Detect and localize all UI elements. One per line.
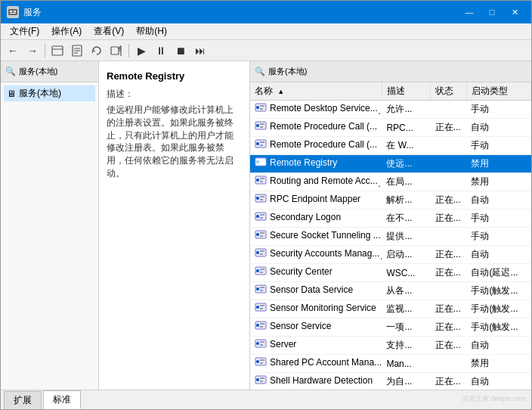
cell-startup: 自动(延迟... <box>466 264 530 282</box>
cell-status: 正在... <box>431 318 467 337</box>
services-list-table: 名称 ▲ 描述 状态 启动类型 Remote Desktop Service..… <box>250 82 531 390</box>
cell-desc: 在不... <box>382 210 430 228</box>
table-header-row: 名称 ▲ 描述 状态 启动类型 <box>250 82 531 101</box>
detail-panel: Remote Registry 描述： 使远程用户能够修改此计算机上的注册表设置… <box>99 61 250 390</box>
table-row[interactable]: Remote Procedure Call (...RPC...正在...自动 <box>250 119 531 137</box>
cell-status <box>431 228 467 246</box>
table-row[interactable]: Sensor Data Service从各...手动(触发... <box>250 282 531 300</box>
cell-startup: 自动 <box>466 373 530 390</box>
menu-action[interactable]: 操作(A) <box>45 23 88 39</box>
cell-startup: 禁用 <box>466 155 530 173</box>
cell-desc: 为自... <box>382 373 430 390</box>
pause-button[interactable]: ⏸ <box>152 42 170 59</box>
table-row[interactable]: Shell Hardware Detection为自...正在...自动 <box>250 373 531 390</box>
services-tree: 🖥 服务(本地) <box>1 82 98 104</box>
sort-arrow-name: ▲ <box>277 88 284 95</box>
toolbar: ← → ▶ ⏸ ⏹ ⏭ <box>1 40 531 61</box>
cell-status: 正在... <box>431 210 467 228</box>
table-row[interactable]: Security CenterWSC...正在...自动(延迟... <box>250 264 531 282</box>
cell-status: 正在... <box>431 264 467 282</box>
cell-desc: 支持... <box>382 337 430 355</box>
cell-desc: 允许... <box>382 101 430 119</box>
cell-name: Remote Registry <box>250 155 382 173</box>
svg-rect-3 <box>10 13 16 14</box>
table-row[interactable]: Remote Registry使远...禁用 <box>250 155 531 173</box>
col-header-name[interactable]: 名称 ▲ <box>250 82 382 101</box>
table-row[interactable]: Shared PC Account Mana...Man...禁用 <box>250 355 531 373</box>
cell-name: Remote Procedure Call (... <box>250 137 382 155</box>
main-area: 🔍 服务(本地) 🖥 服务(本地) Remote Registry 描述： 使远… <box>1 61 531 390</box>
cell-name: Sensor Service <box>250 318 382 337</box>
show-hide-button[interactable] <box>48 42 66 59</box>
services-table[interactable]: 名称 ▲ 描述 状态 启动类型 Remote Desktop Service..… <box>250 82 531 390</box>
detail-service-name: Remote Registry <box>107 70 242 82</box>
cell-name: Shared PC Account Mana... <box>250 355 382 373</box>
svg-rect-4 <box>52 46 63 55</box>
cell-startup: 手动(触发... <box>466 318 530 337</box>
title-bar-left: 服务 <box>7 6 42 19</box>
tree-icon: 🖥 <box>7 89 16 99</box>
cell-startup: 自动 <box>466 191 530 210</box>
forward-button[interactable]: → <box>23 42 42 59</box>
table-row[interactable]: Secondary Logon在不...正在...手动 <box>250 210 531 228</box>
minimize-button[interactable]: — <box>459 5 480 20</box>
col-header-status[interactable]: 状态 <box>431 82 467 101</box>
table-row[interactable]: Remote Desktop Service...允许...手动 <box>250 101 531 119</box>
tree-label: 服务(本地) <box>19 87 61 100</box>
svg-point-53 <box>256 287 259 290</box>
services-search-icon: 🔍 <box>255 67 265 76</box>
properties-button[interactable] <box>68 42 86 59</box>
cell-status <box>431 137 467 155</box>
table-row[interactable]: RPC Endpoint Mapper解析...正在...自动 <box>250 191 531 210</box>
table-row[interactable]: Security Accounts Manag...启动...正在...自动 <box>250 246 531 264</box>
cell-desc: 监视... <box>382 300 430 318</box>
close-button[interactable]: ✕ <box>504 5 525 20</box>
table-row[interactable]: Server支持...正在...自动 <box>250 337 531 355</box>
cell-status <box>431 282 467 300</box>
table-row[interactable]: Remote Procedure Call (... 在 W...手动 <box>250 137 531 155</box>
left-panel: 🔍 服务(本地) 🖥 服务(本地) <box>1 61 99 390</box>
svg-point-25 <box>256 160 259 163</box>
services-panel: 🔍 服务(本地) 名称 ▲ 描述 状态 启动类型 <box>250 61 531 390</box>
cell-startup: 手动(触发... <box>466 300 530 318</box>
window-icon <box>7 6 19 18</box>
cell-status: 正在... <box>431 337 467 355</box>
restart-button[interactable]: ⏭ <box>191 42 209 59</box>
detail-desc-text: 使远程用户能够修改此计算机上的注册表设置。如果此服务被终止，只有此计算机上的用户… <box>107 104 242 180</box>
cell-desc: 提供... <box>382 228 430 246</box>
menu-view[interactable]: 查看(V) <box>88 23 130 39</box>
cell-name: Secondary Logon <box>250 210 382 228</box>
left-panel-header: 🔍 服务(本地) <box>1 61 98 82</box>
col-header-desc[interactable]: 描述 <box>382 82 430 101</box>
menu-help[interactable]: 帮助(H) <box>130 23 173 39</box>
col-header-startup[interactable]: 启动类型 <box>466 82 530 101</box>
table-row[interactable]: Routing and Remote Acc...在局...禁用 <box>250 173 531 191</box>
refresh-button[interactable] <box>88 42 106 59</box>
services-header-bar: 🔍 服务(本地) <box>250 61 531 82</box>
back-button[interactable]: ← <box>4 42 22 59</box>
menu-bar: 文件(F) 操作(A) 查看(V) 帮助(H) <box>1 23 531 40</box>
cell-status: 正在... <box>431 191 467 210</box>
tree-item-local[interactable]: 🖥 服务(本地) <box>4 85 95 101</box>
cell-desc: 使远... <box>382 155 430 173</box>
window-title: 服务 <box>23 6 42 19</box>
table-row[interactable]: Secure Socket Tunneling ...提供...手动 <box>250 228 531 246</box>
table-row[interactable]: Sensor Service一项...正在...手动(触发... <box>250 318 531 337</box>
table-row[interactable]: Sensor Monitoring Service监视...正在...手动(触发… <box>250 300 531 318</box>
cell-status: 正在... <box>431 246 467 264</box>
tab-standard[interactable]: 标准 <box>43 390 81 409</box>
toolbar-separator-2 <box>128 44 129 57</box>
export-button[interactable] <box>107 42 125 59</box>
svg-point-73 <box>256 378 259 381</box>
svg-point-29 <box>256 179 259 182</box>
start-button[interactable]: ▶ <box>132 42 150 59</box>
tab-extended[interactable]: 扩展 <box>4 391 42 409</box>
left-search-icon: 🔍 <box>5 67 16 76</box>
svg-point-13 <box>256 106 259 109</box>
services-tbody: Remote Desktop Service...允许...手动Remote P… <box>250 101 531 390</box>
maximize-button[interactable]: □ <box>481 5 503 20</box>
cell-name: Shell Hardware Detection <box>250 373 382 390</box>
stop-button[interactable]: ⏹ <box>172 42 190 59</box>
services-panel-title: 服务(本地) <box>268 66 307 77</box>
menu-file[interactable]: 文件(F) <box>4 23 45 39</box>
